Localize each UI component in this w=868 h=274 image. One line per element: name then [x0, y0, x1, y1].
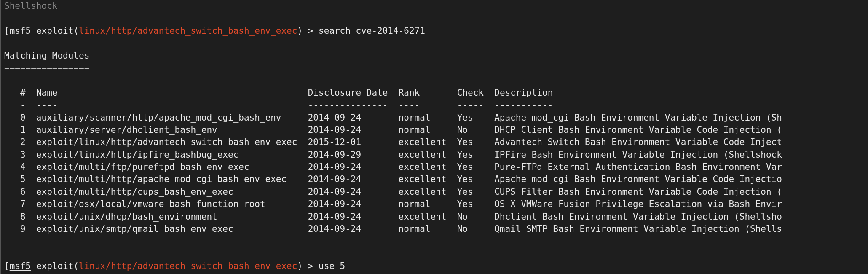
table-row: 1 auxiliary/server/dhclient_bash_env 201… — [4, 124, 865, 136]
prompt-module-path: linux/http/advantech_switch_bash_env_exe… — [79, 26, 297, 36]
msf-label: msf5 — [10, 261, 31, 271]
col-name-header: Name — [36, 88, 58, 98]
blank-line — [4, 235, 865, 247]
prompt-line-1: [msf5 exploit(linux/http/advantech_switc… — [4, 25, 865, 37]
col-rank-header: Rank — [399, 88, 420, 98]
results-underline-row: - ---- --------------- ---- ----- ------… — [4, 99, 865, 111]
prompt-exploit-word: exploit( — [31, 26, 79, 36]
blank-line — [4, 248, 865, 260]
table-row: 3 exploit/linux/http/ipfire_bashbug_exec… — [4, 149, 865, 161]
table-row: 8 exploit/unix/dhcp/bash_environment 201… — [4, 211, 865, 223]
prompt-bracket-open: [ — [4, 26, 10, 36]
previous-output-tail: Shellshock — [4, 0, 865, 12]
col-check-header: Check — [457, 88, 484, 98]
col-desc-underline: ----------- — [494, 100, 553, 110]
prompt-bracket-open: [ — [4, 261, 10, 271]
col-date-underline: --------------- — [308, 100, 388, 110]
matching-modules-heading: Matching Modules — [4, 50, 865, 62]
blank-line — [4, 12, 865, 24]
command-entered-2: use 5 — [319, 261, 345, 271]
results-header-row: # Name Disclosure Date Rank Check Descri… — [4, 87, 865, 99]
col-idx-header — [4, 88, 20, 98]
table-row: 7 exploit/osx/local/vmware_bash_function… — [4, 198, 865, 210]
table-row: 2 exploit/linux/http/advantech_switch_ba… — [4, 136, 865, 148]
blank-line — [4, 74, 865, 86]
prompt-exploit-word: exploit( — [31, 261, 79, 271]
table-row: 9 exploit/unix/smtp/qmail_bash_env_exec … — [4, 223, 865, 235]
col-idx-header-text: # — [20, 88, 26, 98]
command-entered-1: search cve-2014-6271 — [319, 26, 425, 36]
table-row: 4 exploit/multi/ftp/pureftpd_bash_env_ex… — [4, 161, 865, 173]
results-rows: 0 auxiliary/scanner/http/apache_mod_cgi_… — [4, 112, 865, 236]
table-row: 0 auxiliary/scanner/http/apache_mod_cgi_… — [4, 112, 865, 124]
prompt-module-path: linux/http/advantech_switch_bash_env_exe… — [79, 261, 297, 271]
prompt-close: ) > — [297, 26, 319, 36]
col-rank-underline: ---- — [399, 100, 420, 110]
blank-line — [4, 37, 865, 49]
col-date-header: Disclosure Date — [308, 88, 388, 98]
col-desc-header: Description — [494, 88, 553, 98]
col-idx-underline: - — [20, 100, 26, 110]
prompt-close: ) > — [297, 261, 319, 271]
table-row: 6 exploit/multi/http/cups_bash_env_exec … — [4, 186, 865, 198]
terminal-output[interactable]: Shellshock [msf5 exploit(linux/http/adva… — [0, 0, 868, 274]
col-check-underline: ----- — [457, 100, 484, 110]
col-name-underline: ---- — [36, 100, 58, 110]
msf-label: msf5 — [10, 26, 31, 36]
matching-modules-underline: ================ — [4, 62, 865, 74]
table-row: 5 exploit/multi/http/apache_mod_cgi_bash… — [4, 173, 865, 185]
prompt-line-2: [msf5 exploit(linux/http/advantech_switc… — [4, 260, 865, 272]
